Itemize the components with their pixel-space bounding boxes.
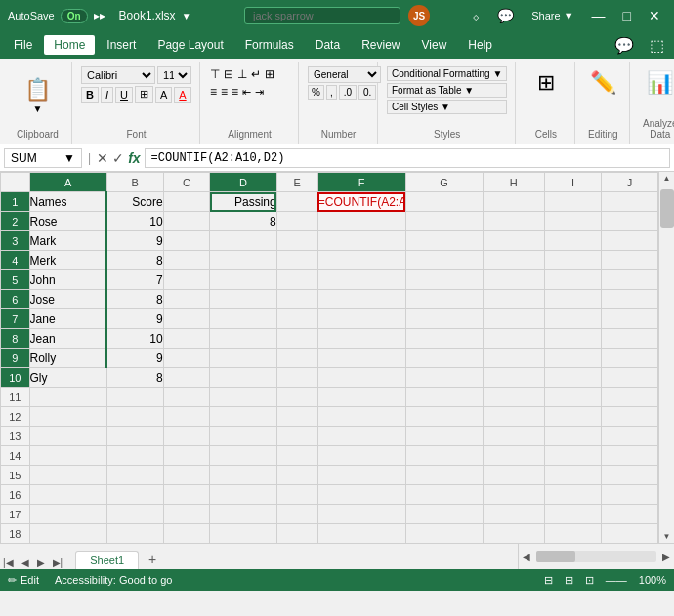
cell[interactable]: Gly <box>29 368 106 388</box>
horizontal-scrollbar[interactable]: ◀ ▶ <box>518 544 674 569</box>
cell[interactable] <box>405 192 483 212</box>
col-header-j[interactable]: J <box>601 173 657 192</box>
cells-btn[interactable]: ⊞ <box>523 66 569 100</box>
row-header[interactable]: 18 <box>1 524 30 544</box>
indent-decrease-btn[interactable]: ⇤ <box>241 84 252 100</box>
cell[interactable] <box>163 192 209 212</box>
cell[interactable] <box>601 251 657 270</box>
cell[interactable] <box>210 505 277 524</box>
align-left-btn[interactable]: ≡ <box>209 84 218 100</box>
cell[interactable] <box>483 524 544 544</box>
cell[interactable] <box>601 290 657 309</box>
cell[interactable] <box>276 427 317 446</box>
cell[interactable] <box>405 446 483 466</box>
cell[interactable] <box>601 427 657 446</box>
cell[interactable] <box>601 466 657 485</box>
formula-cancel-btn[interactable]: ✕ <box>97 150 108 166</box>
cell[interactable] <box>210 388 277 407</box>
cell[interactable]: Jane <box>29 309 106 329</box>
cell[interactable] <box>544 446 601 466</box>
cell[interactable] <box>106 505 163 524</box>
cell[interactable] <box>106 524 163 544</box>
cell[interactable] <box>405 270 483 290</box>
sheet-nav-first[interactable]: |◀ <box>0 556 17 569</box>
cell[interactable]: =COUNTIF(A2:A10,D2) <box>317 192 405 212</box>
cell[interactable] <box>544 466 601 485</box>
menu-data[interactable]: Data <box>306 35 350 55</box>
cell[interactable] <box>544 212 601 231</box>
cell[interactable] <box>544 270 601 290</box>
cell[interactable] <box>163 427 209 446</box>
cell[interactable] <box>483 251 544 270</box>
cell[interactable] <box>317 309 405 329</box>
border-btn[interactable]: ⊞ <box>135 86 153 103</box>
cell[interactable] <box>317 329 405 349</box>
ribbon-toggle-btn[interactable]: ⬦ <box>466 6 485 25</box>
cell[interactable]: 9 <box>106 349 163 368</box>
menu-formulas[interactable]: Formulas <box>235 35 304 55</box>
cell[interactable] <box>483 466 544 485</box>
cell[interactable] <box>163 251 209 270</box>
menu-help[interactable]: Help <box>458 35 502 55</box>
cell[interactable] <box>29 485 106 505</box>
cell[interactable] <box>106 407 163 427</box>
fill-color-btn[interactable]: A <box>155 87 172 103</box>
row-header[interactable]: 11 <box>1 388 30 407</box>
formula-input[interactable] <box>145 148 670 168</box>
cell[interactable] <box>163 505 209 524</box>
row-header[interactable]: 17 <box>1 505 30 524</box>
cell[interactable] <box>405 407 483 427</box>
cell[interactable] <box>483 349 544 368</box>
row-header[interactable]: 10 <box>1 368 30 388</box>
cell[interactable] <box>276 485 317 505</box>
cell[interactable]: 8 <box>106 368 163 388</box>
cell[interactable] <box>163 466 209 485</box>
cell[interactable] <box>276 388 317 407</box>
cell[interactable] <box>276 309 317 329</box>
cell[interactable] <box>483 329 544 349</box>
cell[interactable] <box>317 290 405 309</box>
zoom-level[interactable]: 100% <box>639 574 666 586</box>
cell[interactable] <box>317 524 405 544</box>
cell[interactable] <box>163 485 209 505</box>
cell[interactable] <box>276 329 317 349</box>
vertical-scrollbar[interactable]: ▲ ▼ <box>658 172 674 543</box>
view-break-btn[interactable]: ⊡ <box>585 574 594 587</box>
cell[interactable] <box>544 485 601 505</box>
ribbon-expand-icon[interactable]: ▸▸ <box>94 9 105 22</box>
cell[interactable] <box>29 407 106 427</box>
cell[interactable] <box>106 388 163 407</box>
cell[interactable] <box>483 368 544 388</box>
scroll-right-btn[interactable]: ▶ <box>658 552 674 562</box>
cell[interactable] <box>210 231 277 251</box>
cell[interactable] <box>405 309 483 329</box>
name-box[interactable]: SUM ▼ <box>4 148 82 168</box>
cell[interactable] <box>210 251 277 270</box>
cell[interactable] <box>601 329 657 349</box>
cell[interactable]: 7 <box>106 270 163 290</box>
cell[interactable] <box>210 290 277 309</box>
col-header-d[interactable]: D <box>210 173 277 192</box>
cell[interactable] <box>601 446 657 466</box>
row-header[interactable]: 7 <box>1 309 30 329</box>
underline-btn[interactable]: U <box>115 87 133 103</box>
cell[interactable]: Mark <box>29 231 106 251</box>
cell[interactable] <box>483 446 544 466</box>
formula-confirm-btn[interactable]: ✓ <box>112 150 124 166</box>
cell[interactable] <box>29 524 106 544</box>
increase-decimal-btn[interactable]: .0 <box>339 85 357 100</box>
font-size-select[interactable]: 11 <box>157 66 191 84</box>
cell[interactable]: Rolly <box>29 349 106 368</box>
cell[interactable] <box>29 466 106 485</box>
cell[interactable] <box>276 349 317 368</box>
cell[interactable] <box>276 192 317 212</box>
cell[interactable]: Jean <box>29 329 106 349</box>
scroll-up-btn[interactable]: ▲ <box>659 172 674 185</box>
merge-btn[interactable]: ⊞ <box>264 66 275 82</box>
cell[interactable] <box>210 407 277 427</box>
cell[interactable] <box>276 446 317 466</box>
menu-view[interactable]: View <box>412 35 457 55</box>
cell[interactable] <box>544 427 601 446</box>
analyze-data-btn[interactable]: 📊 <box>637 66 674 100</box>
cell[interactable] <box>544 290 601 309</box>
